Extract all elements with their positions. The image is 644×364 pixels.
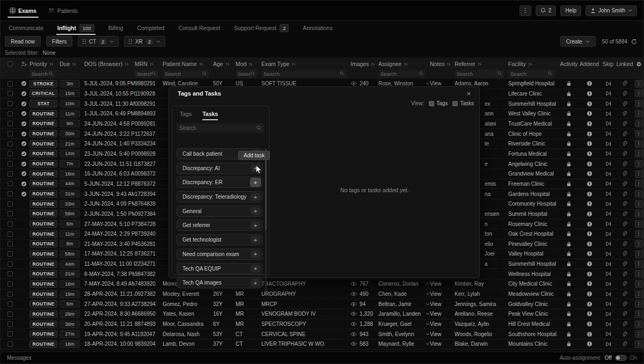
col-mod[interactable]: Mod — [236, 61, 261, 67]
modal-tab-tags[interactable]: Tags — [180, 111, 192, 120]
worklist-nav-item[interactable]: Communicate — [9, 21, 43, 35]
skip-icon[interactable] — [599, 191, 617, 196]
activity-lock-icon[interactable] — [559, 201, 579, 207]
assignee-dropdown[interactable]: Beltran, Jamir — [378, 301, 430, 307]
row-menu-button[interactable]: ⋮ — [635, 210, 642, 217]
skip-icon[interactable] — [599, 301, 617, 307]
row-menu-button[interactable]: ⋮ — [635, 90, 642, 97]
row-checkbox[interactable] — [8, 101, 13, 106]
add-task-button[interactable]: + — [251, 178, 260, 186]
assignee-dropdown[interactable]: Rose, Winston — [378, 81, 430, 86]
row-menu-button[interactable]: ⋮ — [635, 330, 642, 338]
row-checkbox[interactable] — [8, 111, 13, 117]
addend-info-icon[interactable] — [579, 221, 599, 227]
skip-icon[interactable] — [599, 101, 617, 106]
row-checkbox[interactable] — [8, 331, 13, 337]
assignee-search[interactable] — [378, 70, 426, 78]
addend-info-icon[interactable] — [579, 341, 599, 347]
activity-lock-icon[interactable] — [559, 221, 579, 227]
skip-icon[interactable] — [599, 322, 617, 327]
link-paperclip-icon[interactable] — [617, 311, 633, 317]
worklist-nav-item[interactable]: Inflight 100 — [57, 21, 94, 35]
worklist-nav-item[interactable]: Support Request 2 — [234, 21, 289, 35]
col-due[interactable]: Due — [60, 61, 84, 67]
task-search[interactable] — [177, 123, 264, 133]
skip-icon[interactable] — [599, 311, 617, 317]
referrer-search[interactable] — [455, 70, 504, 78]
priority-search[interactable] — [30, 70, 55, 78]
view-tasks-checkbox[interactable]: ✓ Tasks — [452, 100, 474, 106]
addend-info-icon[interactable] — [579, 101, 599, 107]
activity-lock-icon[interactable] — [559, 261, 579, 267]
addend-info-icon[interactable] — [579, 311, 599, 317]
skip-icon[interactable] — [599, 91, 617, 96]
row-menu-button[interactable]: ⋮ — [635, 150, 642, 157]
skip-icon[interactable] — [599, 111, 617, 117]
worklist-nav-item[interactable]: Billing — [108, 21, 123, 35]
row-checkbox[interactable] — [8, 181, 13, 186]
skip-icon[interactable] — [599, 151, 617, 156]
link-paperclip-icon[interactable] — [617, 111, 633, 117]
link-paperclip-icon[interactable] — [617, 191, 633, 197]
exam-type-search[interactable] — [261, 70, 346, 78]
link-paperclip-icon[interactable] — [617, 281, 633, 287]
skip-icon[interactable] — [599, 231, 617, 237]
filters-button[interactable]: Filters — [46, 36, 72, 47]
activity-lock-icon[interactable] — [559, 231, 579, 237]
close-icon[interactable]: × — [464, 89, 473, 99]
row-checkbox[interactable] — [8, 271, 13, 276]
col-images[interactable]: Images — [350, 61, 378, 67]
row-menu-button[interactable]: ⋮ — [635, 340, 642, 348]
skip-icon[interactable] — [599, 292, 617, 297]
assignee-dropdown[interactable]: Jaramillo, Landen — [378, 311, 430, 317]
skip-icon[interactable] — [599, 121, 617, 126]
activity-lock-icon[interactable] — [559, 141, 579, 147]
link-paperclip-icon[interactable] — [617, 201, 633, 207]
col-referrer[interactable]: Referrer — [455, 61, 508, 67]
notes-view-link[interactable]: View — [430, 331, 455, 337]
link-paperclip-icon[interactable] — [617, 141, 633, 147]
addend-info-icon[interactable] — [579, 251, 599, 257]
row-checkbox[interactable] — [8, 161, 13, 166]
addend-info-icon[interactable] — [579, 111, 599, 117]
col-facility[interactable]: Facility — [508, 61, 559, 67]
link-paperclip-icon[interactable] — [617, 81, 633, 86]
row-menu-button[interactable]: ⋮ — [635, 130, 642, 137]
row-checkbox[interactable] — [8, 301, 13, 307]
col-mrn[interactable]: MRN — [135, 61, 163, 67]
column-settings-gear-icon[interactable] — [633, 61, 644, 67]
addend-info-icon[interactable] — [579, 201, 599, 207]
activity-lock-icon[interactable] — [559, 171, 579, 177]
read-now-button[interactable]: Read now — [5, 36, 41, 47]
notes-view-link[interactable]: View — [430, 81, 455, 86]
notes-view-link[interactable]: View — [430, 291, 455, 297]
notifications-button[interactable]: 2 — [536, 5, 557, 16]
modality-filter-chip[interactable]: CT 2 — [78, 36, 119, 47]
addend-info-icon[interactable] — [579, 291, 599, 297]
addend-info-icon[interactable] — [579, 301, 599, 307]
row-menu-button[interactable]: ⋮ — [635, 190, 642, 198]
create-button[interactable]: Create — [560, 36, 596, 47]
addend-info-icon[interactable] — [579, 271, 599, 277]
link-paperclip-icon[interactable] — [617, 251, 633, 257]
activity-lock-icon[interactable] — [559, 211, 579, 217]
activity-lock-icon[interactable] — [559, 271, 579, 277]
add-task-button[interactable]: + — [251, 193, 260, 201]
overflow-menu-button[interactable]: ⋮ — [519, 5, 531, 16]
addend-info-icon[interactable] — [579, 231, 599, 237]
activity-lock-icon[interactable] — [559, 321, 579, 327]
table-row[interactable]: ROUTINE 29m 22-APR-2024, 8:30 AM 6686950… — [1, 309, 644, 319]
link-paperclip-icon[interactable] — [617, 291, 633, 297]
add-task-button[interactable]: + — [251, 250, 260, 258]
table-row[interactable]: ROUTINE 16m 7-MAY-2024, 8:49 AM 7483920 … — [1, 279, 644, 289]
addend-info-icon[interactable] — [579, 211, 599, 217]
skip-icon[interactable] — [599, 271, 617, 276]
link-paperclip-icon[interactable] — [617, 271, 633, 277]
col-assignee[interactable]: Assignee — [378, 61, 430, 67]
link-paperclip-icon[interactable] — [617, 261, 633, 267]
refresh-icon[interactable] — [631, 39, 637, 45]
assignee-dropdown[interactable]: Chen, Kade — [378, 291, 430, 297]
skip-icon[interactable] — [599, 141, 617, 147]
row-menu-button[interactable]: ⋮ — [635, 260, 642, 268]
row-checkbox[interactable] — [8, 91, 13, 96]
